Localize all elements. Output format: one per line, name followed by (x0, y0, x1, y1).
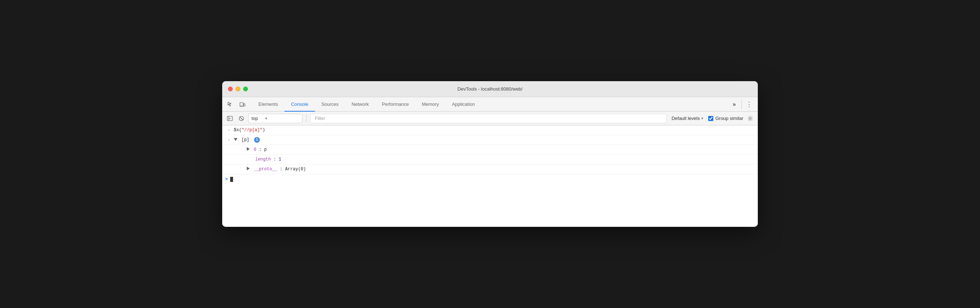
tabs-divider (741, 99, 742, 109)
show-console-sidebar-icon[interactable] (225, 114, 234, 123)
triangle-right-proto-icon (247, 167, 250, 170)
default-levels-button[interactable]: Default levels ▾ (669, 114, 706, 123)
tab-elements[interactable]: Elements (252, 97, 285, 112)
code-text: ) (262, 128, 265, 132)
output-gutter: ‹ (225, 137, 232, 143)
close-button[interactable] (228, 86, 233, 91)
devtools-left-icons (225, 97, 252, 111)
tab-performance[interactable]: Performance (375, 97, 415, 112)
console-item-proto: __proto__ : Array(0) (222, 164, 758, 174)
item-colon: : (259, 147, 264, 152)
tab-network[interactable]: Network (345, 97, 375, 112)
proto-gutter (231, 166, 238, 166)
expand-item-0-button[interactable] (247, 147, 251, 151)
prompt-arrow-icon: > (225, 176, 228, 183)
proto-key: __proto__ (254, 167, 277, 172)
minimize-button[interactable] (235, 86, 240, 91)
tabs-bar: Elements Console Sources Network Perform… (222, 97, 758, 112)
svg-line-7 (240, 117, 243, 120)
prop-colon: : (274, 157, 278, 162)
devtools-menu-button[interactable]: ⋮ (744, 99, 754, 109)
expand-proto-button[interactable] (247, 167, 251, 170)
prop-gutter (225, 156, 232, 156)
group-similar-checkbox[interactable] (708, 116, 713, 121)
expand-array-button[interactable] (234, 138, 239, 141)
item-key-0: 0 (254, 147, 256, 152)
maximize-button[interactable] (243, 86, 248, 91)
console-toolbar: top ▾ Default levels ▾ Group similar (222, 112, 758, 125)
filter-input[interactable] (312, 116, 665, 121)
svg-rect-1 (243, 104, 245, 106)
cursor-blink (230, 177, 233, 182)
clear-console-icon[interactable] (237, 114, 246, 123)
console-prompt-line[interactable]: > (222, 174, 758, 184)
console-prop-length: length : 1 (222, 155, 758, 164)
title-bar: DevTools - localhost:8080/web/ (222, 81, 758, 97)
proto-colon: : (280, 167, 285, 172)
window-title: DevTools - localhost:8080/web/ (457, 86, 523, 92)
console-item-0: 0 : p (222, 145, 758, 155)
svg-marker-5 (229, 118, 231, 119)
more-tabs-button[interactable]: » (729, 99, 739, 109)
traffic-lights (228, 86, 248, 91)
code-text: $x( (234, 128, 242, 132)
svg-point-8 (749, 117, 751, 119)
input-body-1: $x("//p[a]") (232, 127, 755, 133)
console-settings-icon[interactable] (746, 114, 755, 123)
output-body-array: [p] i (232, 137, 755, 143)
levels-arrow-icon: ▾ (702, 116, 703, 120)
array-label: [p] (241, 137, 249, 142)
tab-sources[interactable]: Sources (315, 97, 345, 112)
console-input-line-1: › $x("//p[a]") (222, 125, 758, 135)
triangle-right-icon (247, 147, 250, 151)
info-badge-icon[interactable]: i (254, 137, 260, 143)
tab-console[interactable]: Console (285, 97, 315, 112)
prop-key-length: length (255, 157, 271, 162)
item-value-0: p (264, 147, 267, 152)
context-value: top (251, 116, 258, 121)
device-toolbar-icon[interactable] (237, 99, 248, 109)
toolbar-separator (306, 115, 307, 123)
item-body-0: 0 : p (238, 147, 755, 153)
console-output-line-array: ‹ [p] i (222, 135, 758, 145)
devtools-window: DevTools - localhost:8080/web/ Elements … (222, 81, 758, 227)
triangle-down-icon (234, 138, 237, 141)
prop-body-length: length : 1 (232, 156, 755, 163)
code-string: "//p[a]" (242, 128, 263, 132)
dropdown-arrow-icon: ▾ (265, 116, 267, 120)
inspect-element-icon[interactable] (225, 99, 235, 109)
group-similar-checkbox-label[interactable]: Group similar (708, 116, 743, 121)
filter-section (310, 114, 667, 123)
prop-value-length: 1 (278, 157, 281, 162)
tab-application[interactable]: Application (445, 97, 482, 112)
console-content: › $x("//p[a]") ‹ [p] i 0 (222, 125, 758, 227)
context-dropdown[interactable]: top ▾ (248, 114, 302, 123)
proto-body: __proto__ : Array(0) (238, 166, 755, 172)
tab-memory[interactable]: Memory (415, 97, 445, 112)
input-gutter-1: › (225, 127, 232, 133)
proto-value: Array(0) (285, 167, 306, 172)
tabs-right-actions: » ⋮ (729, 97, 758, 111)
